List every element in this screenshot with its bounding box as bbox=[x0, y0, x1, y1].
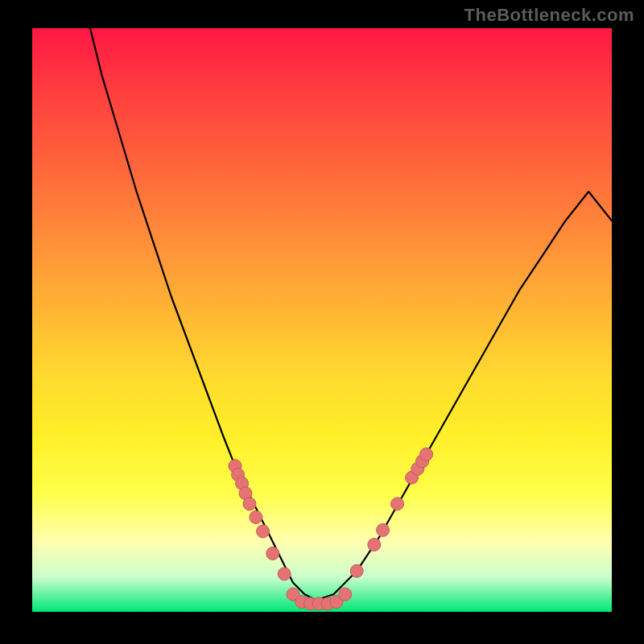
watermark-text: TheBottleneck.com bbox=[464, 5, 634, 26]
data-marker bbox=[368, 539, 381, 551]
data-markers bbox=[229, 448, 433, 610]
data-marker bbox=[391, 497, 404, 510]
data-marker bbox=[250, 511, 262, 524]
plot-area bbox=[32, 28, 612, 612]
bottleneck-curve bbox=[90, 28, 612, 601]
curve-svg bbox=[32, 28, 612, 612]
data-marker bbox=[243, 497, 256, 510]
data-marker bbox=[266, 547, 279, 560]
data-marker bbox=[278, 568, 291, 580]
data-marker bbox=[420, 448, 433, 460]
data-marker bbox=[339, 588, 352, 601]
data-marker bbox=[377, 524, 390, 537]
data-marker bbox=[350, 564, 363, 577]
chart-frame: TheBottleneck.com bbox=[0, 0, 644, 644]
data-marker bbox=[257, 525, 270, 538]
